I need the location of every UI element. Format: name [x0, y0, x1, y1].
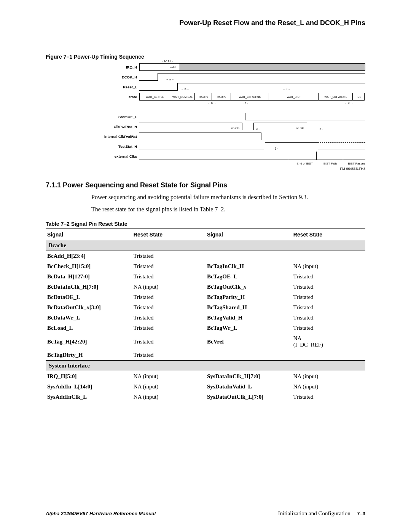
signal-label: internal ClkFwdRst: [95, 134, 139, 139]
table-row: BcData_H[127:0]TristatedBcTagOE_LTristat…: [46, 272, 365, 282]
signal-cell: BcData_H[127:0]: [46, 272, 132, 282]
tag-B: B: [181, 88, 190, 91]
signal-label: DCOK_H: [95, 75, 139, 79]
body-paragraph: The reset state for the signal pins is l…: [46, 205, 365, 214]
state-box: RUN: [352, 93, 365, 101]
table-group-row: System Interface: [46, 361, 365, 371]
signal-label: TestStat_H: [95, 144, 139, 149]
table-row: BcLoad_LTristatedBcTagWr_LTristated: [46, 323, 365, 333]
signal-cell: BcLoad_L: [46, 323, 132, 333]
signal-cell: [206, 251, 292, 262]
timing-diagram: IRQ_H A0 A1 valid DCOK_H a Reset_L: [95, 62, 365, 171]
signal-label: Reset_L: [95, 85, 139, 89]
figure-caption: Figure 7–1 Power-Up Timing Sequence: [46, 54, 365, 60]
signal-cell: SysAddIn_L[14:0]: [46, 382, 132, 392]
state-cell: NA (input): [132, 282, 206, 292]
signal-cell: SysDataInClk_H[7:0]: [206, 371, 292, 382]
end-label: End of BiST: [296, 162, 313, 165]
footer-chapter-title: Initialization and Configuration: [278, 510, 350, 516]
table-row: BcTagDirty_HTristated: [46, 350, 365, 361]
state-box: RAMP2: [212, 93, 231, 101]
tag-e: ← e →: [345, 102, 353, 104]
state-cell: Tristated: [292, 392, 365, 402]
diagram-id: FM-06486B.FH8: [95, 167, 365, 171]
signal-cell: SysAddInClk_L: [46, 392, 132, 402]
table-header: Reset State: [132, 229, 206, 240]
tag-nomin: no min: [296, 127, 304, 129]
signal-label: external Clks: [95, 154, 139, 158]
state-cell: NA (input): [132, 392, 206, 402]
state-cell: Tristated: [292, 272, 365, 282]
table-row: BcDataOE_LTristatedBcTagParity_HTristate…: [46, 292, 365, 302]
signal-cell: BcDataOutClk_x[3:0]: [46, 302, 132, 313]
table-header: Signal: [46, 229, 132, 240]
state-box: WAIT_NOMINAL: [170, 93, 195, 101]
tag-a: a: [166, 78, 174, 81]
table-caption: Table 7–2 Signal Pin Reset State: [46, 221, 365, 227]
table-row: BcDataWr_LTristatedBcTagValid_HTristated: [46, 313, 365, 323]
tag-C: C: [252, 128, 261, 130]
tag-f: ← f →: [283, 88, 291, 91]
table-group-title: System Interface: [46, 361, 365, 371]
signal-cell: BcTagShared_H: [206, 302, 292, 313]
signal-cell: BcAdd_H[23:4]: [46, 251, 132, 262]
section-heading: 7.1.1 Power Sequencing and Reset State f…: [46, 181, 365, 189]
table-row: BcAdd_H[23:4]Tristated: [46, 251, 365, 262]
signal-label: IRQ_H: [95, 65, 139, 69]
state-box: WAIT_ClkFwdRst1: [318, 93, 353, 101]
footer-manual-title: Alpha 21264/EV67 Hardware Reference Manu…: [46, 511, 156, 516]
table-group-row: Bcache: [46, 240, 365, 251]
signal-cell: BcTagDirty_H: [46, 350, 132, 361]
state-box: WAIT_ClkFwdRst0: [231, 93, 269, 101]
table-row: SysAddInClk_LNA (input)SysDataOutClk_L[7…: [46, 392, 365, 402]
state-box: WAIT_BIST: [269, 93, 319, 101]
state-cell: Tristated: [132, 350, 206, 361]
signal-cell: BcDataWr_L: [46, 313, 132, 323]
state-cell: [292, 251, 365, 262]
signal-label: state: [95, 95, 139, 99]
signal-cell: BcVref: [206, 333, 292, 350]
signal-cell: BcTagParity_H: [206, 292, 292, 302]
table-header: Reset State: [292, 229, 365, 240]
signal-cell: SysDataInValid_L: [206, 382, 292, 392]
state-cell: Tristated: [292, 292, 365, 302]
table-group-title: Bcache: [46, 240, 365, 251]
signal-cell: IRQ_H[5:0]: [46, 371, 132, 382]
tag-g: → g ←: [271, 147, 280, 149]
body-paragraph: Power sequencing and avoiding potential …: [46, 193, 365, 201]
table-row: SysAddIn_L[14:0]NA (input)SysDataInValid…: [46, 382, 365, 392]
signal-cell: [206, 350, 292, 361]
state-box: WAIT_SETTLE: [139, 93, 170, 101]
tag-nomin: no min: [231, 127, 239, 129]
state-cell: Tristated: [292, 282, 365, 292]
signal-cell: SysDataOutClk_L[7:0]: [206, 392, 292, 402]
signal-cell: BcTagValid_H: [206, 313, 292, 323]
running-head: Power-Up Reset Flow and the Reset_L and …: [46, 19, 365, 27]
end-labels: End of BiST BiST Fails BiST Passes: [137, 162, 365, 165]
signal-cell: BcDataOE_L: [46, 292, 132, 302]
table-header: Signal: [206, 229, 292, 240]
signal-cell: BcTagOutClk_x: [206, 282, 292, 292]
signal-pin-table: Signal Reset State Signal Reset State Bc…: [46, 228, 365, 402]
state-cell: [292, 350, 365, 361]
state-cell: Tristated: [292, 302, 365, 313]
state-cell: Tristated: [132, 313, 206, 323]
valid-box: valid: [166, 63, 180, 71]
table-row: BcDataOutClk_x[3:0]TristatedBcTagShared_…: [46, 302, 365, 313]
signal-cell: BcTagWr_L: [206, 323, 292, 333]
signal-cell: BcTagInClk_H: [206, 261, 292, 272]
table-row: BcCheck_H[15:0]TristatedBcTagInClk_HNA (…: [46, 261, 365, 272]
signal-label: SromOE_L: [95, 115, 139, 119]
state-cell: NA (input): [132, 382, 206, 392]
end-label: BiST Fails: [323, 162, 337, 165]
state-cell: Tristated: [132, 251, 206, 262]
footer-page-number: 7–3: [357, 511, 365, 516]
state-cell: Tristated: [132, 302, 206, 313]
state-cell: Tristated: [132, 292, 206, 302]
state-cell: NA (input): [132, 371, 206, 382]
state-cell: NA (input): [292, 261, 365, 272]
state-cell: NA (input): [292, 382, 365, 392]
signal-cell: BcTag_H[42:20]: [46, 333, 132, 350]
state-cell: Tristated: [292, 323, 365, 333]
tag-a0a1: A0 A1: [161, 60, 174, 62]
